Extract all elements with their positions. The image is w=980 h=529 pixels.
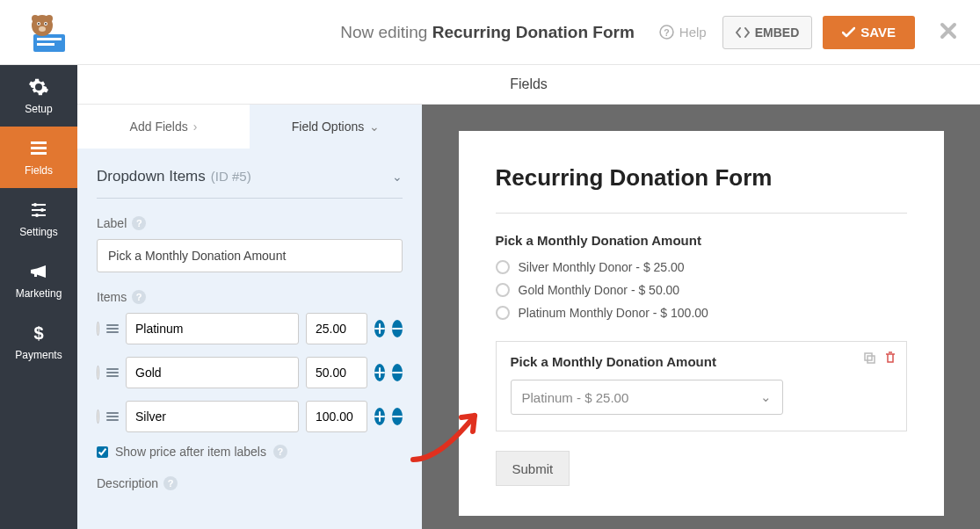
left-panel: Add Fields › Field Options ⌄ Dropdown It… <box>77 105 422 529</box>
topbar: Now editing Recurring Donation Form ? He… <box>0 0 980 65</box>
description-heading: Description ? <box>97 476 403 490</box>
sidebar-item-marketing[interactable]: Marketing <box>0 250 77 311</box>
tab-field-options[interactable]: Field Options ⌄ <box>250 105 422 149</box>
radio-options: Silver Monthly Donor - $ 25.00 Gold Mont… <box>496 260 907 320</box>
item-name-input[interactable] <box>126 313 299 344</box>
help-icon[interactable]: ? <box>163 476 178 490</box>
sidebar-label: Marketing <box>16 287 62 300</box>
selected-field[interactable]: Pick a Monthly Donation Amount Platinum … <box>496 341 907 431</box>
help-link[interactable]: ? Help <box>659 25 707 40</box>
default-radio[interactable] <box>97 409 99 424</box>
remove-item-button[interactable] <box>392 408 403 425</box>
form-card: Recurring Donation Form Pick a Monthly D… <box>459 131 944 516</box>
add-item-button[interactable] <box>374 408 385 425</box>
sidebar-item-setup[interactable]: Setup <box>0 65 77 127</box>
sidebar-item-fields[interactable]: Fields <box>0 127 77 188</box>
editing-label: Now editing Recurring Donation Form <box>340 23 635 42</box>
radio-icon <box>496 283 510 297</box>
check-icon <box>842 26 855 38</box>
app-logo <box>23 11 72 54</box>
help-icon[interactable]: ? <box>273 445 287 459</box>
item-price-input[interactable] <box>306 357 367 388</box>
sidebar-label: Setup <box>25 103 52 115</box>
sidebar-item-payments[interactable]: $ Payments <box>0 311 77 373</box>
svg-point-6 <box>38 23 40 25</box>
sidebar-label: Payments <box>15 349 62 361</box>
drag-handle-icon[interactable] <box>106 412 119 421</box>
option-label: Platinum Monthly Donor - $ 100.00 <box>519 306 708 320</box>
panel-body: Dropdown Items (ID #5) ⌄ Label ? Items ? <box>77 149 422 490</box>
option-label: Gold Monthly Donor - $ 50.00 <box>519 283 680 297</box>
svg-text:$: $ <box>33 323 43 343</box>
add-item-button[interactable] <box>374 364 385 381</box>
description-text: Description <box>97 476 158 490</box>
items-text: Items <box>97 290 127 304</box>
remove-item-button[interactable] <box>392 364 403 381</box>
svg-point-8 <box>39 26 46 32</box>
show-price-label: Show price after item labels <box>115 445 266 459</box>
svg-rect-21 <box>867 356 875 363</box>
svg-rect-13 <box>31 141 47 144</box>
show-price-row: Show price after item labels ? <box>97 445 403 459</box>
list-icon <box>28 138 49 159</box>
preview-area: Recurring Donation Form Pick a Monthly D… <box>422 105 980 529</box>
close-button[interactable] <box>940 18 957 46</box>
workspace: Add Fields › Field Options ⌄ Dropdown It… <box>77 105 980 529</box>
chevron-down-icon: ⌄ <box>369 120 380 134</box>
tab-label: Add Fields <box>130 120 188 134</box>
add-item-button[interactable] <box>374 320 385 337</box>
radio-option[interactable]: Platinum Monthly Donor - $ 100.00 <box>496 306 907 320</box>
trash-icon[interactable] <box>883 351 897 365</box>
radio-option[interactable]: Gold Monthly Donor - $ 50.00 <box>496 283 907 297</box>
help-icon[interactable]: ? <box>132 216 146 230</box>
radio-option[interactable]: Silver Monthly Donor - $ 25.00 <box>496 260 907 274</box>
field-action-icons <box>862 351 897 365</box>
sidebar-label: Settings <box>19 226 57 238</box>
sidebar-item-settings[interactable]: Settings <box>0 188 77 250</box>
question-label: Pick a Monthly Donation Amount <box>496 233 907 248</box>
item-price-input[interactable] <box>306 401 367 432</box>
remove-item-button[interactable] <box>392 320 403 337</box>
editing-prefix: Now editing <box>340 23 427 41</box>
section-id: (ID #5) <box>211 169 251 184</box>
default-radio[interactable] <box>97 366 99 380</box>
svg-point-18 <box>35 214 39 217</box>
help-icon: ? <box>659 25 674 40</box>
panel-tabs: Add Fields › Field Options ⌄ <box>77 105 422 149</box>
label-input[interactable] <box>97 239 403 272</box>
item-name-input[interactable] <box>126 401 299 432</box>
svg-point-10 <box>46 15 53 22</box>
drag-handle-icon[interactable] <box>106 324 119 333</box>
item-row <box>97 313 403 344</box>
help-icon[interactable]: ? <box>132 290 146 304</box>
default-radio[interactable] <box>97 322 99 336</box>
chevron-down-icon: ⌄ <box>392 170 403 184</box>
svg-point-7 <box>45 23 47 25</box>
chevron-right-icon: › <box>193 120 198 134</box>
section-toggle[interactable]: Dropdown Items (ID #5) ⌄ <box>97 168 403 199</box>
form-title: Recurring Donation Form <box>496 164 907 192</box>
submit-button[interactable]: Submit <box>496 451 570 486</box>
code-icon <box>736 26 750 39</box>
item-name-input[interactable] <box>126 357 299 388</box>
divider <box>496 213 907 214</box>
svg-rect-15 <box>31 152 47 155</box>
sidebar-label: Fields <box>25 164 53 177</box>
field-label: Pick a Monthly Donation Amount <box>511 354 892 369</box>
editing-form-name: Recurring Donation Form <box>432 23 635 41</box>
save-button[interactable]: SAVE <box>823 16 915 49</box>
tab-add-fields[interactable]: Add Fields › <box>77 105 250 149</box>
dollar-icon: $ <box>28 322 49 344</box>
svg-point-17 <box>40 208 44 212</box>
dropdown-field[interactable]: Platinum - $ 25.00 ⌄ <box>511 380 783 415</box>
label-text: Label <box>97 216 127 230</box>
section-header: Fields <box>77 65 980 105</box>
drag-handle-icon[interactable] <box>106 368 119 377</box>
duplicate-icon[interactable] <box>862 351 876 365</box>
show-price-checkbox[interactable] <box>97 446 108 458</box>
item-row <box>97 357 403 388</box>
item-price-input[interactable] <box>306 313 367 344</box>
embed-button[interactable]: EMBED <box>722 16 813 49</box>
save-label: SAVE <box>860 25 896 40</box>
sliders-icon <box>28 199 49 221</box>
